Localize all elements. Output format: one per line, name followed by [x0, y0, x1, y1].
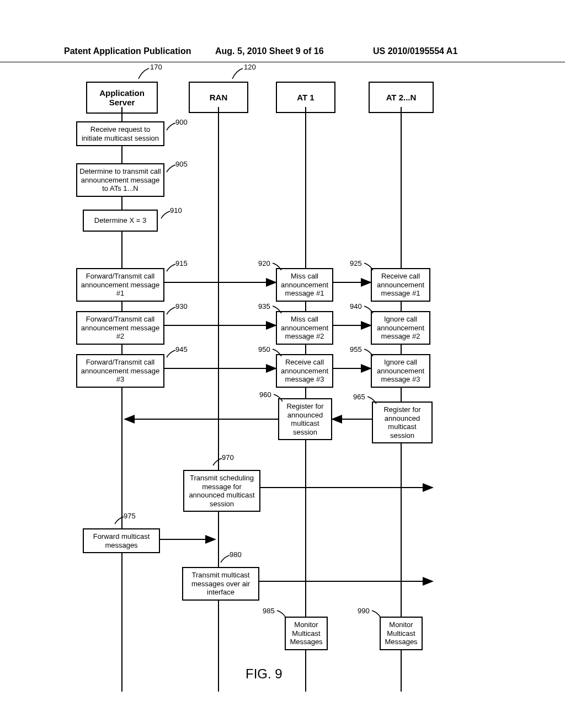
box-970: Transmit scheduling message for announce… — [183, 470, 260, 512]
leader-icon — [271, 304, 288, 315]
ref-905: 905 — [166, 163, 182, 176]
lane-app-server-label: Application Server — [99, 88, 145, 107]
leader-icon — [363, 304, 380, 315]
ref-955-text: 955 — [350, 345, 362, 354]
lane-ran-label: RAN — [210, 93, 228, 102]
box-970-text: Transmit scheduling message for announce… — [189, 474, 254, 508]
box-925-text: Receive call announcement message #1 — [377, 272, 424, 297]
header-right: US 2010/0195554 A1 — [373, 46, 457, 56]
box-945-text: Forward/Transmit call announcement messa… — [81, 358, 159, 383]
box-915: Forward/Transmit call announcement messa… — [76, 268, 164, 302]
leader-icon — [271, 347, 288, 358]
ref-960-text: 960 — [259, 390, 271, 399]
ref-120: 120 — [230, 65, 249, 82]
box-910-text: Determine X = 3 — [94, 216, 146, 224]
ref-900-text: 900 — [175, 118, 188, 126]
box-955-text: Ignore call announcement message #3 — [377, 358, 424, 383]
box-990-text: Monitor Multicast Messages — [385, 620, 417, 646]
box-965: Register for announced multicast session — [372, 402, 433, 443]
ref-925-text: 925 — [350, 259, 362, 267]
box-905: Determine to transmit call announcement … — [76, 163, 164, 197]
ref-935-text: 935 — [258, 302, 270, 311]
box-905-text: Determine to transmit call announcement … — [79, 167, 161, 192]
ref-970: 970 — [212, 457, 228, 469]
box-975: Forward multicast messages — [83, 528, 160, 553]
box-935-text: Miss call announcement message #2 — [281, 315, 328, 340]
figure-caption: FIG. 9 — [246, 666, 282, 682]
ref-170-text: 170 — [150, 63, 162, 71]
box-920-text: Miss call announcement message #1 — [281, 272, 328, 297]
ref-170: 170 — [136, 65, 156, 82]
box-960: Register for announced multicast session — [278, 398, 332, 440]
box-980: Transmit multicast messages over air int… — [182, 567, 259, 601]
ref-905-text: 905 — [175, 160, 188, 168]
box-940-text: Ignore call announcement message #2 — [377, 315, 424, 340]
box-990: Monitor Multicast Messages — [380, 617, 423, 650]
ref-915-text: 915 — [175, 259, 188, 267]
lifeline-at2n — [401, 107, 402, 692]
leader-icon — [363, 347, 380, 358]
ref-920-text: 920 — [258, 259, 270, 267]
ref-945-text: 945 — [175, 345, 188, 354]
header-left: Patent Application Publication — [64, 46, 191, 56]
ref-910-text: 910 — [170, 206, 182, 215]
leader-icon — [371, 609, 387, 620]
ref-950-text: 950 — [258, 345, 270, 354]
box-950-text: Receive call announcement message #3 — [281, 358, 328, 383]
leader-icon — [366, 395, 383, 406]
ref-930-text: 930 — [175, 302, 188, 311]
ref-930: 930 — [166, 306, 182, 318]
ref-980: 980 — [220, 554, 236, 566]
box-985: Monitor Multicast Messages — [285, 617, 328, 650]
ref-915: 915 — [166, 263, 182, 275]
box-915-text: Forward/Transmit call announcement messa… — [81, 272, 159, 297]
ref-975: 975 — [114, 515, 130, 528]
ref-975-text: 975 — [124, 512, 136, 520]
box-930: Forward/Transmit call announcement messa… — [76, 311, 164, 345]
box-940: Ignore call announcement message #2 — [371, 311, 430, 345]
box-920: Miss call announcement message #1 — [276, 268, 333, 302]
box-955: Ignore call announcement message #3 — [371, 354, 430, 388]
box-910: Determine X = 3 — [83, 210, 158, 232]
box-975-text: Forward multicast messages — [93, 532, 150, 549]
ref-980-text: 980 — [230, 550, 242, 559]
ref-940-text: 940 — [350, 302, 362, 311]
ref-945: 945 — [166, 349, 182, 361]
box-960-text: Register for announced multicast session — [286, 402, 323, 436]
lane-at2n-label: AT 2...N — [386, 93, 417, 102]
box-900-text: Receive request to initiate multicast se… — [82, 125, 159, 142]
box-980-text: Transmit multicast messages over air int… — [191, 571, 250, 596]
ref-990-text: 990 — [358, 607, 370, 615]
ref-985-text: 985 — [263, 607, 275, 615]
lane-at1-label: AT 1 — [297, 93, 314, 102]
ref-900: 900 — [166, 121, 182, 134]
ref-120-text: 120 — [244, 63, 256, 71]
ref-910: 910 — [160, 210, 177, 222]
leader-icon — [273, 393, 289, 404]
leader-icon — [363, 261, 380, 272]
leader-icon — [276, 609, 292, 620]
box-930-text: Forward/Transmit call announcement messa… — [81, 315, 159, 340]
box-925: Receive call announcement message #1 — [371, 268, 430, 302]
box-965-text: Register for announced multicast session — [383, 405, 420, 440]
header-center: Aug. 5, 2010 Sheet 9 of 16 — [215, 46, 348, 56]
box-945: Forward/Transmit call announcement messa… — [76, 354, 164, 388]
ref-970-text: 970 — [222, 453, 234, 462]
box-935: Miss call announcement message #2 — [276, 311, 333, 345]
lifeline-ran — [218, 107, 219, 692]
ref-965-text: 965 — [353, 393, 365, 401]
sequence-diagram: Application Server RAN AT 1 AT 2...N 170… — [66, 82, 486, 699]
box-985-text: Monitor Multicast Messages — [290, 620, 322, 646]
box-900: Receive request to initiate multicast se… — [76, 121, 164, 146]
leader-icon — [271, 261, 288, 272]
header-divider — [0, 62, 565, 62]
box-950: Receive call announcement message #3 — [276, 354, 333, 388]
